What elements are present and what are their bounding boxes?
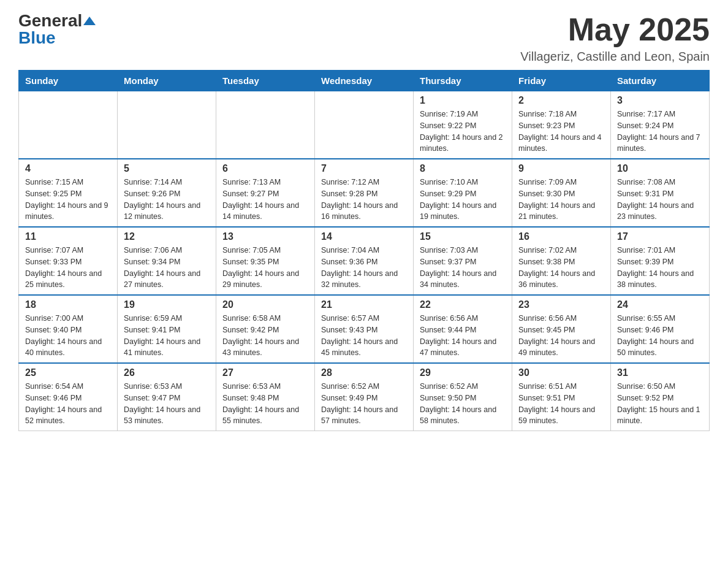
day-number: 1 [420, 95, 506, 106]
day-info: Sunrise: 7:07 AM Sunset: 9:33 PM Dayligh… [25, 245, 111, 291]
day-number: 30 [518, 367, 604, 378]
day-info: Sunrise: 7:04 AM Sunset: 9:36 PM Dayligh… [321, 245, 407, 291]
weekday-header-tuesday: Tuesday [216, 71, 315, 91]
day-info: Sunrise: 6:55 AM Sunset: 9:46 PM Dayligh… [617, 313, 703, 359]
calendar-cell: 17Sunrise: 7:01 AM Sunset: 9:39 PM Dayli… [611, 227, 710, 295]
calendar-cell: 19Sunrise: 6:59 AM Sunset: 9:41 PM Dayli… [118, 295, 216, 363]
calendar-cell: 23Sunrise: 6:56 AM Sunset: 9:45 PM Dayli… [512, 295, 611, 363]
calendar-cell: 16Sunrise: 7:02 AM Sunset: 9:38 PM Dayli… [512, 227, 611, 295]
day-info: Sunrise: 7:15 AM Sunset: 9:25 PM Dayligh… [25, 177, 111, 223]
calendar-cell: 5Sunrise: 7:14 AM Sunset: 9:26 PM Daylig… [118, 159, 216, 227]
day-number: 13 [222, 231, 308, 242]
day-info: Sunrise: 6:53 AM Sunset: 9:48 PM Dayligh… [222, 381, 308, 427]
calendar-cell [19, 91, 118, 159]
day-info: Sunrise: 7:03 AM Sunset: 9:37 PM Dayligh… [420, 245, 506, 291]
calendar-cell: 12Sunrise: 7:06 AM Sunset: 9:34 PM Dayli… [118, 227, 216, 295]
weekday-header-saturday: Saturday [611, 71, 710, 91]
day-info: Sunrise: 6:51 AM Sunset: 9:51 PM Dayligh… [518, 381, 604, 427]
day-number: 12 [124, 231, 210, 242]
day-info: Sunrise: 7:17 AM Sunset: 9:24 PM Dayligh… [617, 109, 703, 155]
calendar-week-2: 4Sunrise: 7:15 AM Sunset: 9:25 PM Daylig… [19, 159, 710, 227]
day-info: Sunrise: 7:08 AM Sunset: 9:31 PM Dayligh… [617, 177, 703, 223]
calendar-cell: 11Sunrise: 7:07 AM Sunset: 9:33 PM Dayli… [19, 227, 118, 295]
calendar-cell: 29Sunrise: 6:52 AM Sunset: 9:50 PM Dayli… [414, 363, 512, 431]
day-info: Sunrise: 7:01 AM Sunset: 9:39 PM Dayligh… [617, 245, 703, 291]
calendar-cell: 26Sunrise: 6:53 AM Sunset: 9:47 PM Dayli… [118, 363, 216, 431]
day-info: Sunrise: 7:18 AM Sunset: 9:23 PM Dayligh… [518, 109, 604, 155]
day-info: Sunrise: 7:05 AM Sunset: 9:35 PM Dayligh… [222, 245, 308, 291]
day-info: Sunrise: 7:09 AM Sunset: 9:30 PM Dayligh… [518, 177, 604, 223]
day-number: 23 [518, 299, 604, 310]
calendar-cell: 20Sunrise: 6:58 AM Sunset: 9:42 PM Dayli… [216, 295, 315, 363]
month-title: May 2025 [520, 12, 710, 47]
day-number: 26 [124, 367, 210, 378]
calendar-cell: 14Sunrise: 7:04 AM Sunset: 9:36 PM Dayli… [315, 227, 414, 295]
day-number: 9 [518, 163, 604, 174]
day-number: 21 [321, 299, 407, 310]
day-number: 22 [420, 299, 506, 310]
weekday-header-friday: Friday [512, 71, 611, 91]
calendar-cell: 21Sunrise: 6:57 AM Sunset: 9:43 PM Dayli… [315, 295, 414, 363]
page-header: General Blue May 2025 Villageriz, Castil… [18, 12, 710, 64]
day-number: 10 [617, 163, 703, 174]
day-number: 6 [222, 163, 308, 174]
day-number: 4 [25, 163, 111, 174]
weekday-header-sunday: Sunday [19, 71, 118, 91]
calendar-week-3: 11Sunrise: 7:07 AM Sunset: 9:33 PM Dayli… [19, 227, 710, 295]
calendar-cell [118, 91, 216, 159]
day-info: Sunrise: 7:06 AM Sunset: 9:34 PM Dayligh… [124, 245, 210, 291]
calendar-week-4: 18Sunrise: 7:00 AM Sunset: 9:40 PM Dayli… [19, 295, 710, 363]
day-number: 17 [617, 231, 703, 242]
calendar-cell: 6Sunrise: 7:13 AM Sunset: 9:27 PM Daylig… [216, 159, 315, 227]
calendar-cell [216, 91, 315, 159]
weekday-header-thursday: Thursday [414, 71, 512, 91]
day-number: 3 [617, 95, 703, 106]
calendar-cell: 28Sunrise: 6:52 AM Sunset: 9:49 PM Dayli… [315, 363, 414, 431]
weekday-header-monday: Monday [118, 71, 216, 91]
day-info: Sunrise: 6:56 AM Sunset: 9:44 PM Dayligh… [420, 313, 506, 359]
day-number: 29 [420, 367, 506, 378]
calendar-cell: 22Sunrise: 6:56 AM Sunset: 9:44 PM Dayli… [414, 295, 512, 363]
day-info: Sunrise: 7:00 AM Sunset: 9:40 PM Dayligh… [25, 313, 111, 359]
day-info: Sunrise: 6:58 AM Sunset: 9:42 PM Dayligh… [222, 313, 308, 359]
calendar-cell: 8Sunrise: 7:10 AM Sunset: 9:29 PM Daylig… [414, 159, 512, 227]
calendar-cell [315, 91, 414, 159]
logo-triangle-icon [83, 17, 96, 25]
day-number: 7 [321, 163, 407, 174]
weekday-header-row: SundayMondayTuesdayWednesdayThursdayFrid… [19, 71, 710, 91]
day-info: Sunrise: 6:52 AM Sunset: 9:49 PM Dayligh… [321, 381, 407, 427]
day-info: Sunrise: 6:54 AM Sunset: 9:46 PM Dayligh… [25, 381, 111, 427]
calendar-table: SundayMondayTuesdayWednesdayThursdayFrid… [18, 70, 710, 431]
title-area: May 2025 Villageriz, Castille and Leon, … [520, 12, 710, 64]
day-number: 2 [518, 95, 604, 106]
day-number: 25 [25, 367, 111, 378]
calendar-cell: 31Sunrise: 6:50 AM Sunset: 9:52 PM Dayli… [611, 363, 710, 431]
day-number: 18 [25, 299, 111, 310]
calendar-cell: 18Sunrise: 7:00 AM Sunset: 9:40 PM Dayli… [19, 295, 118, 363]
weekday-header-wednesday: Wednesday [315, 71, 414, 91]
day-info: Sunrise: 7:12 AM Sunset: 9:28 PM Dayligh… [321, 177, 407, 223]
logo-blue-text: Blue [18, 29, 56, 47]
day-info: Sunrise: 6:53 AM Sunset: 9:47 PM Dayligh… [124, 381, 210, 427]
day-number: 8 [420, 163, 506, 174]
day-info: Sunrise: 6:56 AM Sunset: 9:45 PM Dayligh… [518, 313, 604, 359]
day-number: 24 [617, 299, 703, 310]
day-info: Sunrise: 7:02 AM Sunset: 9:38 PM Dayligh… [518, 245, 604, 291]
day-number: 31 [617, 367, 703, 378]
calendar-cell: 30Sunrise: 6:51 AM Sunset: 9:51 PM Dayli… [512, 363, 611, 431]
location-text: Villageriz, Castille and Leon, Spain [520, 50, 710, 64]
calendar-cell: 7Sunrise: 7:12 AM Sunset: 9:28 PM Daylig… [315, 159, 414, 227]
calendar-week-5: 25Sunrise: 6:54 AM Sunset: 9:46 PM Dayli… [19, 363, 710, 431]
day-number: 16 [518, 231, 604, 242]
day-number: 19 [124, 299, 210, 310]
calendar-cell: 15Sunrise: 7:03 AM Sunset: 9:37 PM Dayli… [414, 227, 512, 295]
day-number: 28 [321, 367, 407, 378]
calendar-cell: 13Sunrise: 7:05 AM Sunset: 9:35 PM Dayli… [216, 227, 315, 295]
day-number: 15 [420, 231, 506, 242]
calendar-cell: 1Sunrise: 7:19 AM Sunset: 9:22 PM Daylig… [414, 91, 512, 159]
day-info: Sunrise: 7:19 AM Sunset: 9:22 PM Dayligh… [420, 109, 506, 155]
day-number: 20 [222, 299, 308, 310]
calendar-cell: 24Sunrise: 6:55 AM Sunset: 9:46 PM Dayli… [611, 295, 710, 363]
day-number: 27 [222, 367, 308, 378]
logo: General Blue [18, 12, 96, 47]
